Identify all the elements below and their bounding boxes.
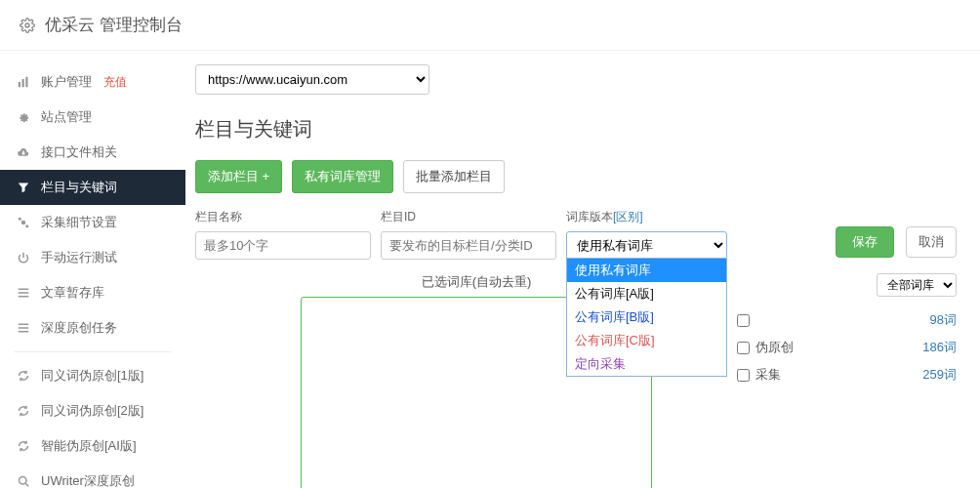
lexicon-count[interactable]: 259词 bbox=[922, 366, 957, 384]
sidebar-item-label: 文章暂存库 bbox=[41, 284, 104, 302]
batch-add-button[interactable]: 批量添加栏目 bbox=[403, 160, 505, 193]
list-icon bbox=[18, 322, 31, 334]
gear-icon bbox=[20, 18, 35, 33]
private-lexicon-button[interactable]: 私有词库管理 bbox=[292, 160, 393, 193]
svg-rect-10 bbox=[19, 324, 29, 326]
sidebar-item-uwriter-deep[interactable]: UWriter深度原创 bbox=[0, 464, 185, 488]
svg-point-5 bbox=[19, 218, 21, 221]
lexicon-item[interactable]: 伪原创186词 bbox=[737, 334, 957, 361]
filter-icon bbox=[18, 182, 31, 193]
lexicon-version-select[interactable]: 使用私有词库 bbox=[566, 231, 727, 260]
column-name-input[interactable] bbox=[195, 231, 371, 260]
svg-point-4 bbox=[21, 221, 26, 225]
sidebar-item-label: UWriter深度原创 bbox=[41, 472, 135, 488]
svg-rect-1 bbox=[19, 82, 20, 87]
svg-point-13 bbox=[20, 477, 27, 485]
sidebar-item-columns[interactable]: 栏目与关键词 bbox=[0, 170, 185, 205]
gear-icon bbox=[18, 111, 31, 123]
cloud-download-icon bbox=[18, 146, 31, 158]
sidebar-item-collect[interactable]: 采集细节设置 bbox=[0, 205, 185, 240]
sidebar-item-label: 手动运行测试 bbox=[41, 249, 117, 266]
lexicon-filter-select[interactable]: 全部词库 bbox=[877, 273, 957, 297]
refresh-icon bbox=[18, 370, 31, 382]
column-id-label: 栏目ID bbox=[381, 209, 556, 225]
sidebar-item-run[interactable]: 手动运行测试 bbox=[0, 240, 185, 275]
sidebar-item-ai[interactable]: 智能伪原创[AI版] bbox=[0, 428, 185, 464]
field-row: 栏目名称 栏目ID 词库版本[区别] 使用私有词库 使用私有词库公有词库[A版]… bbox=[195, 209, 957, 260]
sidebar: 账户管理充值站点管理接口文件相关栏目与关键词采集细节设置手动运行测试文章暂存库深… bbox=[0, 51, 185, 488]
sliders-icon bbox=[18, 217, 31, 228]
app-title: 优采云 管理控制台 bbox=[45, 14, 183, 36]
sidebar-item-label: 同义词伪原创[2版] bbox=[41, 402, 143, 420]
svg-rect-7 bbox=[19, 289, 29, 291]
lexicon-checkbox[interactable] bbox=[737, 314, 750, 327]
lexicon-list-panel: 全部词库 98词伪原创186词采集259词 bbox=[737, 273, 957, 388]
svg-point-6 bbox=[25, 224, 28, 227]
recharge-badge: 充值 bbox=[103, 74, 127, 91]
page-header: 优采云 管理控制台 bbox=[0, 0, 980, 51]
bar-chart-icon bbox=[18, 76, 31, 88]
diff-link[interactable]: [区别] bbox=[613, 210, 643, 224]
save-button[interactable]: 保存 bbox=[836, 226, 894, 258]
sidebar-item-deep[interactable]: 深度原创任务 bbox=[0, 310, 185, 346]
sidebar-item-syn1[interactable]: 同义词伪原创[1版] bbox=[0, 358, 185, 393]
add-column-button[interactable]: 添加栏目 + bbox=[195, 160, 282, 193]
svg-rect-2 bbox=[22, 79, 24, 87]
sidebar-item-label: 采集细节设置 bbox=[41, 214, 117, 231]
search-icon bbox=[18, 475, 31, 487]
sidebar-divider bbox=[14, 351, 172, 352]
svg-point-0 bbox=[25, 23, 29, 27]
sidebar-item-label: 智能伪原创[AI版] bbox=[41, 437, 137, 455]
sidebar-item-site[interactable]: 站点管理 bbox=[0, 100, 185, 135]
sidebar-item-articles[interactable]: 文章暂存库 bbox=[0, 275, 185, 310]
sidebar-item-api[interactable]: 接口文件相关 bbox=[0, 135, 185, 170]
lexicon-label: 伪原创 bbox=[755, 339, 794, 356]
column-id-input[interactable] bbox=[381, 231, 556, 260]
sidebar-item-label: 栏目与关键词 bbox=[41, 179, 117, 196]
sidebar-item-label: 同义词伪原创[1版] bbox=[41, 367, 143, 385]
dropdown-option[interactable]: 公有词库[A版] bbox=[567, 282, 726, 305]
sidebar-item-label: 接口文件相关 bbox=[41, 143, 117, 161]
dropdown-option[interactable]: 使用私有词库 bbox=[567, 259, 726, 282]
button-row: 添加栏目 + 私有词库管理 批量添加栏目 bbox=[195, 160, 957, 193]
page-title: 栏目与关键词 bbox=[195, 116, 957, 142]
dropdown-option[interactable]: 公有词库[B版] bbox=[567, 305, 726, 329]
lexicon-version-label: 词库版本[区别] bbox=[566, 209, 727, 225]
sidebar-item-label: 站点管理 bbox=[41, 108, 92, 126]
refresh-icon bbox=[18, 440, 31, 452]
svg-rect-9 bbox=[19, 296, 29, 298]
sidebar-item-label: 深度原创任务 bbox=[41, 319, 117, 337]
lexicon-version-dropdown: 使用私有词库公有词库[A版]公有词库[B版]公有词库[C版]定向采集 bbox=[566, 258, 727, 377]
column-name-label: 栏目名称 bbox=[195, 209, 371, 225]
svg-rect-8 bbox=[19, 292, 29, 294]
cancel-button[interactable]: 取消 bbox=[906, 226, 957, 258]
svg-rect-11 bbox=[19, 327, 29, 329]
refresh-icon bbox=[18, 405, 31, 417]
lexicon-label: 采集 bbox=[755, 366, 781, 384]
dropdown-option[interactable]: 公有词库[C版] bbox=[567, 329, 726, 352]
site-select[interactable]: https://www.ucaiyun.com bbox=[195, 64, 429, 95]
main-content: https://www.ucaiyun.com 栏目与关键词 添加栏目 + 私有… bbox=[185, 51, 980, 488]
lexicon-item[interactable]: 采集259词 bbox=[737, 361, 957, 388]
lexicon-count[interactable]: 98词 bbox=[930, 311, 957, 329]
sidebar-item-label: 账户管理 bbox=[41, 73, 92, 91]
lexicon-count[interactable]: 186词 bbox=[922, 339, 957, 356]
lexicon-item[interactable]: 98词 bbox=[737, 306, 957, 334]
sidebar-item-syn2[interactable]: 同义词伪原创[2版] bbox=[0, 393, 185, 428]
list-icon bbox=[18, 287, 31, 299]
svg-rect-12 bbox=[19, 331, 29, 333]
lexicon-checkbox[interactable] bbox=[737, 342, 750, 354]
sidebar-item-account[interactable]: 账户管理充值 bbox=[0, 64, 185, 100]
dropdown-option[interactable]: 定向采集 bbox=[567, 352, 726, 376]
power-icon bbox=[18, 252, 31, 264]
lexicon-checkbox[interactable] bbox=[737, 369, 750, 382]
svg-rect-3 bbox=[25, 77, 27, 88]
